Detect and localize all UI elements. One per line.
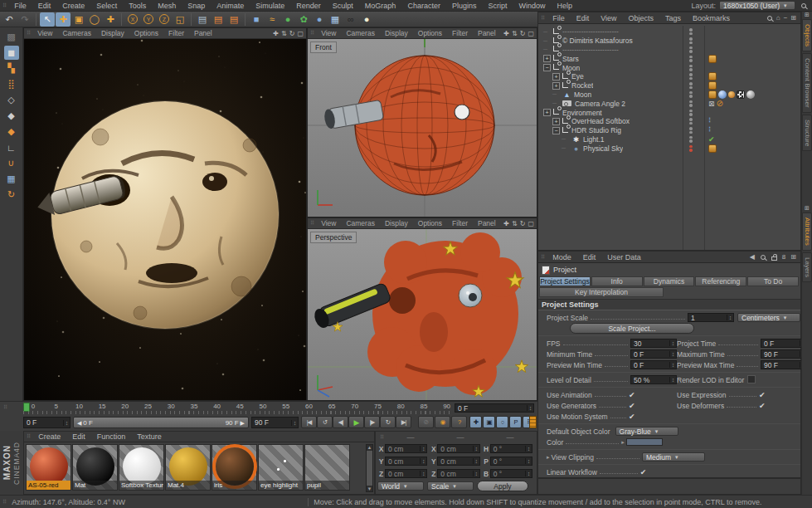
menu-create[interactable]: Create	[32, 431, 66, 442]
keyframe-selection-icon[interactable]	[529, 416, 537, 428]
current-frame-field[interactable]: 0 F↕	[23, 417, 71, 428]
apply-button[interactable]: Apply	[477, 481, 528, 491]
visibility-dots[interactable]	[689, 136, 693, 143]
pan-view-icon[interactable]: ✚	[273, 30, 279, 37]
rotation-p-field[interactable]: 0 °↕	[490, 457, 532, 466]
default-object-color-select[interactable]: Gray-Blue	[615, 427, 678, 436]
menu-objects[interactable]: Objects	[623, 12, 660, 24]
menu-filter[interactable]: Filter	[447, 28, 473, 39]
stop-tag-icon[interactable]: ⊘	[717, 100, 723, 108]
section-header[interactable]: Project Settings	[538, 299, 800, 310]
quantize-rotate-button[interactable]: ↻	[4, 188, 19, 202]
tab-to-do[interactable]: To Do	[747, 276, 799, 286]
workplane-lock-button[interactable]: ▦	[4, 172, 19, 186]
record-button[interactable]: ⊘	[418, 416, 434, 428]
position-y-field[interactable]: 0 cm↕	[385, 457, 427, 466]
scroll-down-icon[interactable]: ▼	[367, 486, 372, 491]
menu-file[interactable]: File	[8, 0, 32, 12]
menu-view[interactable]: View	[595, 12, 622, 24]
object-row-overhead-softbox[interactable]: +OverHead Softbox⠇	[538, 117, 800, 126]
menu-panel[interactable]: Panel	[473, 28, 501, 39]
add-generator-button[interactable]: ✿	[296, 12, 311, 27]
detach-panel-icon[interactable]: ⊞	[789, 14, 798, 22]
add-deformer-button[interactable]: ●	[312, 12, 327, 27]
home-icon[interactable]: ⌂	[775, 14, 782, 22]
detach-panel-icon[interactable]: ⊞	[803, 12, 811, 18]
object-row-physical-sky[interactable]: ─●Physical Sky	[538, 144, 800, 153]
layout-select[interactable]: 1680x1050 (User)	[719, 1, 795, 10]
model-mode-button[interactable]: ◼	[4, 46, 19, 60]
object-row-environment[interactable]: +Environment	[538, 108, 800, 117]
menu-edit[interactable]: Edit	[66, 431, 91, 442]
search-icon[interactable]	[767, 16, 772, 21]
display-tag-icon[interactable]	[708, 55, 717, 63]
ruler-frame-field[interactable]: 0 F↕	[455, 403, 534, 413]
side-tab-layers[interactable]: Layers	[802, 252, 812, 282]
menu-create[interactable]: Create	[56, 0, 90, 12]
add-subdivision-surface-button[interactable]: ●	[280, 12, 295, 27]
menu-view[interactable]: View	[316, 28, 341, 39]
object-row-moon[interactable]: −Moon	[538, 63, 800, 72]
menu-bookmarks[interactable]: Bookmarks	[687, 12, 736, 24]
render-view-button[interactable]: ▤	[195, 12, 210, 27]
play-reverse-button[interactable]: ↺	[317, 416, 333, 428]
rotate-view-icon[interactable]: ↻	[289, 30, 295, 37]
zoom-view-icon[interactable]: ⇅	[512, 30, 518, 37]
search-icon[interactable]	[761, 255, 766, 260]
object-row-rocket[interactable]: +Rocket	[538, 81, 800, 90]
side-tab-structure[interactable]: Structure	[802, 115, 812, 151]
visibility-dots[interactable]	[689, 37, 693, 44]
display-tag-icon[interactable]	[708, 144, 717, 153]
visibility-dots[interactable]	[689, 28, 693, 35]
lock-y-axis-button[interactable]: Y	[141, 12, 156, 27]
color-swatch[interactable]	[626, 438, 663, 446]
collapse-icon[interactable]: −	[552, 127, 560, 134]
material-as-05-red[interactable]: AS-05-red	[26, 444, 71, 491]
goto-end-button[interactable]: ▶|	[396, 416, 411, 428]
object-row-[interactable]: ─------------------------	[538, 46, 800, 55]
tab-key-interpolation[interactable]: Key Interpolation	[539, 287, 664, 297]
visibility-dots[interactable]	[689, 100, 693, 107]
add-cube-button[interactable]: ■	[249, 12, 264, 27]
side-tab-attributes[interactable]: Attributes	[802, 212, 812, 251]
history-back-icon[interactable]: ◀	[748, 253, 756, 261]
rotate-view-icon[interactable]: ↻	[520, 30, 526, 37]
visibility-dots[interactable]	[689, 145, 693, 152]
move-button[interactable]: ✚	[56, 12, 71, 27]
menu-edit[interactable]: Edit	[32, 0, 57, 12]
object-row-[interactable]: ─------------------------	[538, 27, 800, 37]
menu-select[interactable]: Select	[90, 0, 123, 12]
menu-tags[interactable]: Tags	[659, 12, 687, 24]
scroll-thumb[interactable]	[367, 451, 372, 486]
play-button[interactable]: ▶	[348, 416, 364, 428]
visibility-dots[interactable]	[689, 65, 693, 71]
material-pupil[interactable]: pupil	[304, 444, 350, 491]
scale-button[interactable]: ▣	[71, 12, 86, 27]
object-row-light-1[interactable]: ─✱Light.1✔	[538, 135, 800, 144]
use-generators-checkbox[interactable]: ✔	[629, 402, 677, 410]
material-iris[interactable]: iris	[212, 444, 257, 491]
detach-panel-icon[interactable]: ⊞	[789, 253, 798, 261]
visibility-dots[interactable]	[689, 82, 693, 89]
timeline-ruler[interactable]: 051015202530354045505560657075808590	[23, 402, 451, 414]
coordinate-system-button[interactable]: ◱	[173, 12, 187, 27]
tab-project-settings[interactable]: Project Settings	[539, 276, 591, 286]
expand-icon[interactable]: +	[552, 82, 560, 90]
material-mat-4[interactable]: Mat.4	[165, 444, 211, 491]
visibility-dots[interactable]	[689, 118, 693, 125]
lock-x-axis-button[interactable]: X	[125, 12, 140, 27]
key-parameter-button[interactable]: P	[509, 416, 522, 428]
display-tag-icon[interactable]	[708, 90, 717, 99]
coordinate-space-select[interactable]: World	[377, 481, 424, 491]
tab-referencing[interactable]: Referencing	[695, 276, 746, 286]
ik-tag-icon[interactable]: ⠇	[708, 126, 713, 134]
object-row-eye[interactable]: +Eye	[538, 72, 800, 81]
matgray-tag-icon[interactable]	[746, 90, 755, 99]
add-spline-button[interactable]: ≈	[265, 12, 280, 27]
use-animation-checkbox[interactable]: ✔	[629, 391, 677, 399]
make-editable-button[interactable]: ▩	[4, 30, 19, 44]
menu-render[interactable]: Render	[290, 0, 327, 12]
scroll-up-icon[interactable]: ▲	[367, 445, 372, 450]
end-frame-field[interactable]: 90 F↕	[251, 417, 299, 428]
object-row-moon[interactable]: ─▲Moon	[538, 90, 800, 100]
